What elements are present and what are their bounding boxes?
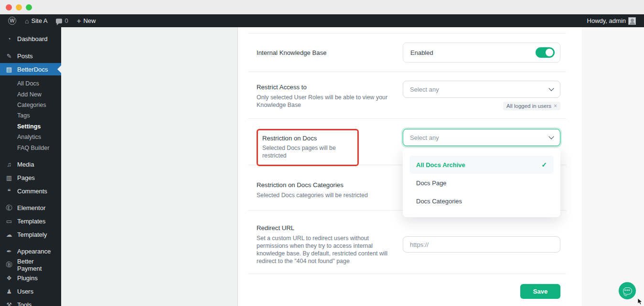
chevron-down-icon <box>548 134 554 139</box>
save-button[interactable]: Save <box>520 284 560 299</box>
restriction-docs-dropdown: All Docs Archive ✓ Docs Page Docs Catego… <box>403 148 560 217</box>
sidebar-item-appearance[interactable]: ✒ Appearance <box>0 245 61 258</box>
comment-count: 0 <box>64 17 68 24</box>
pages-icon: ▥ <box>5 174 13 181</box>
sidebar-item-pages[interactable]: ▥ Pages <box>0 171 61 185</box>
sidebar-item-comments[interactable]: ❝ Comments <box>0 185 61 198</box>
dropdown-option-docs-page[interactable]: Docs Page <box>409 174 554 192</box>
sidebar-item-templately[interactable]: ☁ Templately <box>0 228 61 242</box>
chevron-down-icon <box>548 85 554 91</box>
brush-icon: ✒ <box>5 248 13 255</box>
selected-role-tag: All logged in users × <box>503 102 560 110</box>
sidebar-item-media[interactable]: ♫ Media <box>0 158 61 171</box>
howdy-account-menu[interactable]: Howdy, admin <box>584 14 639 27</box>
row-restriction-on-docs: Restriction on Docs Selected Docs pages … <box>248 118 566 165</box>
comments-link[interactable]: 0 <box>53 14 71 27</box>
sidebar-item-label: Posts <box>17 53 33 60</box>
select-placeholder: Select any <box>410 86 439 93</box>
row-redirect-url: Redirect URL Set a custom URL to redirec… <box>248 210 566 274</box>
dashboard-icon: ◔ <box>5 35 13 42</box>
sidebar-item-tools[interactable]: ⚒ Tools <box>0 298 61 306</box>
elementor-icon: Ⓔ <box>5 204 13 212</box>
toggle-knob-icon <box>546 49 553 56</box>
field-description: Only selected User Roles will be able to… <box>257 94 396 109</box>
sidebar-item-plugins[interactable]: ❖ Plugins <box>0 272 61 285</box>
howdy-label: Howdy, admin <box>587 17 626 24</box>
tag-label: All logged in users <box>506 103 551 109</box>
pin-icon: ✎ <box>5 53 13 60</box>
remove-tag-icon[interactable]: × <box>554 103 557 109</box>
sidebar-item-label: Tools <box>17 301 32 306</box>
cloud-icon: ☁ <box>5 231 13 238</box>
field-description: Selected Docs pages will be restricted <box>262 144 354 159</box>
plus-icon: + <box>77 17 81 24</box>
sidebar-item-label: Better Payment <box>17 258 56 272</box>
submenu-item-analytics[interactable]: Analytics <box>0 132 61 142</box>
wp-admin-sidebar: ◔ Dashboard ✎ Posts ▤ BetterDocs All Doc… <box>0 27 61 306</box>
user-icon: ♟ <box>5 288 13 295</box>
sidebar-item-label: Users <box>17 288 33 295</box>
sidebar-item-label: Plugins <box>17 274 38 282</box>
sidebar-item-label: Pages <box>17 174 35 181</box>
chat-bubble-icon: ••• <box>623 287 632 295</box>
settings-card: Internal Knowledge Base Enabled Restrict… <box>237 27 582 306</box>
mouse-cursor <box>637 298 643 305</box>
wp-admin-bar: W ⌂ Site A 0 + New Howdy, admin <box>0 14 644 27</box>
field-description: Set a custom URL to redirect users witho… <box>257 234 401 265</box>
sidebar-item-templates[interactable]: ▭ Templates <box>0 215 61 228</box>
row-restrict-access: Restrict Access to Only selected User Ro… <box>248 72 566 118</box>
sidebar-item-users[interactable]: ♟ Users <box>0 285 61 298</box>
field-label: Restriction on Docs Categories <box>257 181 396 189</box>
folder-icon: ▭ <box>5 218 13 225</box>
restriction-docs-select[interactable]: Select any <box>403 129 560 146</box>
betterdocs-submenu: All Docs Add New Categories Tags Setting… <box>0 75 61 158</box>
window-zoom-button[interactable] <box>26 4 32 11</box>
window-close-button[interactable] <box>6 4 12 11</box>
field-label: Restrict Access to <box>257 84 396 91</box>
internal-kb-toggle[interactable] <box>536 47 555 58</box>
sidebar-item-elementor[interactable]: Ⓔ Elementor <box>0 201 61 215</box>
sidebar-item-posts[interactable]: ✎ Posts <box>0 49 61 63</box>
field-label: Internal Knowledge Base <box>257 49 396 56</box>
toggle-state-label: Enabled <box>410 49 433 56</box>
avatar <box>628 17 636 25</box>
sidebar-item-label: Elementor <box>17 204 45 211</box>
wp-logo-menu[interactable]: W <box>5 14 20 27</box>
chat-launcher-button[interactable]: ••• <box>619 282 636 299</box>
submenu-item-tags[interactable]: Tags <box>0 110 61 121</box>
sidebar-item-label: Media <box>17 161 34 168</box>
dropdown-option-docs-categories[interactable]: Docs Categories <box>409 192 554 210</box>
submenu-item-all-docs[interactable]: All Docs <box>0 78 61 89</box>
submenu-item-categories[interactable]: Categories <box>0 100 61 110</box>
sidebar-item-label: Appearance <box>17 248 51 255</box>
submenu-item-faq-builder[interactable]: FAQ Builder <box>0 142 61 153</box>
restrict-access-select[interactable]: Select any <box>403 81 560 98</box>
option-label: Docs Categories <box>416 198 462 205</box>
row-internal-knowledge-base: Internal Knowledge Base Enabled <box>248 33 566 72</box>
docs-icon: ▤ <box>5 66 13 73</box>
field-label: Restriction on Docs <box>262 135 354 142</box>
submenu-item-settings[interactable]: Settings <box>0 121 61 132</box>
sidebar-item-label: BetterDocs <box>17 66 48 73</box>
dropdown-option-all-docs-archive[interactable]: All Docs Archive ✓ <box>409 156 554 174</box>
form-footer: Save <box>248 274 566 306</box>
submenu-item-add-new[interactable]: Add New <box>0 89 61 99</box>
option-label: All Docs Archive <box>416 161 465 169</box>
window-minimize-button[interactable] <box>16 4 22 11</box>
new-label: New <box>83 17 96 24</box>
payment-icon: Ⓑ <box>5 261 13 269</box>
redirect-url-input[interactable] <box>403 236 560 253</box>
select-placeholder: Select any <box>410 134 439 141</box>
annotation-highlight: Restriction on Docs Selected Docs pages … <box>257 129 359 166</box>
new-content-menu[interactable]: + New <box>74 14 99 27</box>
site-name: Site A <box>31 17 47 24</box>
wordpress-logo-icon: W <box>8 17 16 25</box>
site-link[interactable]: ⌂ Site A <box>21 14 51 27</box>
sidebar-item-dashboard[interactable]: ◔ Dashboard <box>0 32 61 46</box>
check-icon: ✓ <box>541 161 547 169</box>
sidebar-item-betterdocs[interactable]: ▤ BetterDocs <box>0 63 61 75</box>
media-icon: ♫ <box>5 161 13 168</box>
sidebar-item-better-payment[interactable]: Ⓑ Better Payment <box>0 258 61 272</box>
comment-icon <box>56 19 62 23</box>
sidebar-item-label: Templately <box>17 231 47 238</box>
